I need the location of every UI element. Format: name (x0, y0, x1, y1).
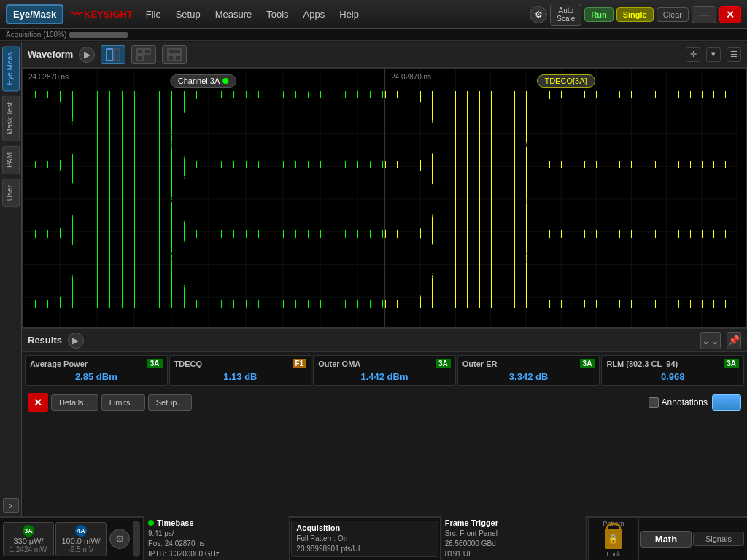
svg-rect-6 (168, 55, 174, 61)
timebase-box: Timebase 9.41 ps/ Pos: 24.02870 ns IPTB:… (143, 516, 290, 560)
menu-file[interactable]: File (140, 6, 167, 23)
toolbar-view-btn-3[interactable] (162, 45, 187, 64)
result-value-avg-power: 2.85 dBm (30, 371, 163, 382)
sidebar-item-user[interactable]: User (2, 179, 20, 207)
channel-3a-label: 3A (23, 525, 34, 537)
run-button[interactable]: Run (584, 7, 613, 22)
display-area: 24.02870 ns Channel 3A 24.02870 ns TDECQ… (22, 68, 747, 329)
annotations-checkbox[interactable] (649, 397, 659, 408)
menu-help[interactable]: Help (333, 6, 365, 23)
math-label: Math (655, 534, 677, 545)
toolbar-view-btn-2[interactable] (131, 45, 156, 64)
channel-4a-status[interactable]: 4A 100.0 mW/ -9.5 mV (55, 522, 107, 556)
svg-rect-1 (114, 49, 120, 61)
result-cell-outer-er-header: Outer ER 3A (462, 359, 595, 368)
channel-3a-badge: 3A (23, 525, 34, 537)
waveform-title: Waveform (28, 49, 73, 60)
result-cell-rlm-header: RLM (802.3 CL_94) 3A (606, 359, 739, 368)
result-badge-avg-power: 3A (147, 359, 163, 368)
waveform-header: Waveform ▶ ✛ ▾ ☰ (22, 42, 747, 68)
results-grid: Average Power 3A 2.85 dBm TDECQ F1 1.13 … (22, 352, 747, 389)
acquisition-fill (69, 32, 128, 38)
statusbar: 3A 330 μW/ 1.2424 mW 4A 100.0 mW/ -9.5 m… (0, 516, 747, 560)
results-panel: Results ▶ ⌄⌄ 📌 Average Power 3A 2.85 dBm… (22, 329, 747, 479)
math-button[interactable]: Math (640, 531, 692, 548)
crosshair-button[interactable]: ✛ (686, 47, 700, 62)
menu-setup[interactable]: Setup (170, 6, 206, 23)
scope-screen-tdecq: 24.02870 ns TDECQ[3A] (384, 68, 747, 328)
channel-4a-badge: 4A (75, 525, 87, 537)
acquisition-bar: Acquisition (100%) (0, 29, 747, 41)
channel-badge-left: Channel 3A (170, 74, 237, 88)
waveform-play-button[interactable]: ▶ (79, 47, 95, 63)
channel-dot-left (222, 78, 228, 84)
details-button[interactable]: Details... (51, 394, 98, 411)
result-name-tdecq: TDECQ (174, 359, 203, 368)
result-cell-rlm: RLM (802.3 CL_94) 3A 0.968 (601, 355, 744, 386)
sidebar-item-eye-meas[interactable]: Eye Meas (2, 46, 20, 91)
results-header: Results ▶ ⌄⌄ 📌 (22, 329, 747, 352)
result-cell-outer-er: Outer ER 3A 3.342 dB (457, 355, 600, 386)
result-badge-rlm: 3A (724, 359, 739, 368)
acquisition-text: Acquisition (100%) (6, 31, 66, 39)
annotations-panel-button[interactable] (712, 394, 741, 411)
scope-timestamp-left: 24.02870 ns (28, 73, 69, 81)
autoscale-button[interactable]: Auto Scale (550, 4, 581, 26)
annotations-checkbox-area[interactable]: Annotations (649, 397, 708, 408)
limits-button[interactable]: Limits... (101, 394, 145, 411)
frame-trigger-val2: 26.560000 GBd (445, 539, 581, 549)
chevron-down-button[interactable]: ▾ (706, 47, 721, 62)
scroll-handle[interactable] (133, 521, 140, 557)
signals-button[interactable]: Signals (693, 532, 744, 546)
menu-measure[interactable]: Measure (209, 6, 258, 23)
eye-diagram-ch3a (23, 69, 384, 328)
results-play-button[interactable]: ▶ (68, 332, 84, 349)
channel-3a-status[interactable]: 3A 330 μW/ 1.2424 mW (3, 522, 54, 556)
settings-button[interactable]: ⚙ (109, 529, 130, 549)
results-pin-button[interactable]: 📌 (727, 332, 741, 349)
pattern-box: Pattern 🔒 Lock (588, 517, 639, 560)
logo-button[interactable]: Eye/Mask (6, 4, 63, 24)
acquisition-box: Acquisition Full Pattern: On 20.98998901… (291, 521, 438, 557)
sidebar-item-mask-test[interactable]: Mask Test (2, 96, 20, 141)
annotations-label: Annotations (662, 397, 708, 408)
result-cell-avg-power: Average Power 3A 2.85 dBm (25, 355, 168, 386)
result-value-rlm: 0.968 (606, 371, 739, 382)
channel-3a-val1: 330 μW/ (13, 537, 43, 545)
main-content: Waveform ▶ ✛ ▾ ☰ 24.02870 ns Channel 3A (22, 42, 747, 516)
channel-3a-val2: 1.2424 mW (9, 545, 47, 553)
brand-wave-icon: 〰 (71, 8, 82, 21)
single-button[interactable]: Single (616, 7, 654, 22)
search-button[interactable]: ⚙ (530, 6, 547, 23)
lock-icon-area: 🔒 Lock (593, 529, 634, 558)
menu-tools[interactable]: Tools (260, 6, 294, 23)
clear-button[interactable]: Clear (657, 7, 689, 22)
timebase-val2: Pos: 24.02870 ns (148, 539, 285, 549)
svg-rect-0 (107, 49, 112, 61)
close-button[interactable]: ✕ (719, 6, 741, 23)
svg-rect-2 (137, 49, 143, 54)
brand-logo: 〰 KEYSIGHT (71, 8, 132, 21)
menu-apps[interactable]: Apps (298, 6, 331, 23)
svg-rect-7 (175, 55, 181, 61)
channel-badge-right: TDECQ[3A] (536, 74, 595, 88)
svg-rect-5 (168, 49, 181, 54)
close-results-button[interactable]: ✕ (28, 393, 48, 412)
result-value-outer-oma: 1.442 dBm (318, 371, 451, 382)
setup-button[interactable]: Setup... (148, 394, 192, 411)
timebase-val1: 9.41 ps/ (148, 529, 285, 539)
action-bar: ✕ Details... Limits... Setup... Annotati… (22, 389, 747, 415)
minimize-button[interactable]: — (692, 6, 716, 23)
frame-trigger-box: Frame Trigger Src: Front Panel 26.560000… (440, 516, 587, 560)
scope-screen-ch3a: 24.02870 ns Channel 3A (22, 68, 384, 328)
menu-button[interactable]: ☰ (727, 47, 741, 62)
sidebar-collapse-button[interactable]: › (3, 498, 19, 513)
channel-4a-label: 4A (75, 525, 87, 537)
menubar: Eye/Mask 〰 KEYSIGHT File Setup Measure T… (0, 0, 747, 29)
toolbar-view-btn-1[interactable] (101, 45, 125, 64)
result-badge-tdecq: F1 (293, 359, 307, 368)
timebase-title: Timebase (148, 518, 285, 527)
sidebar-item-pam[interactable]: PAM (2, 146, 20, 174)
results-expand-button[interactable]: ⌄⌄ (700, 332, 721, 349)
acquisition-title: Acquisition (296, 524, 433, 532)
